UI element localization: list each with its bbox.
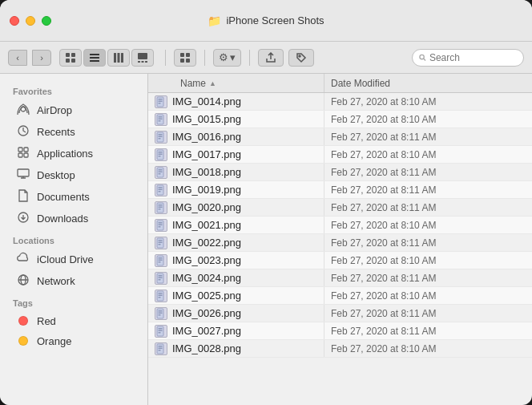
file-name: IMG_0027.png — [172, 325, 241, 337]
tag-button[interactable] — [288, 49, 314, 67]
file-icon — [155, 201, 167, 214]
desktop-icon — [16, 168, 30, 183]
sidebar-item-desktop[interactable]: Desktop — [3, 164, 144, 186]
svg-rect-0 — [66, 53, 70, 57]
file-name-cell: IMG_0022.png — [148, 234, 324, 251]
minimize-button[interactable] — [26, 16, 35, 26]
file-name-cell: IMG_0026.png — [148, 305, 324, 322]
main-content: Favorites AirDrop — [0, 74, 532, 405]
svg-rect-33 — [159, 99, 163, 100]
icon-view-button[interactable] — [59, 49, 82, 67]
forward-button[interactable]: › — [32, 50, 51, 66]
share-button[interactable] — [258, 49, 284, 67]
sidebar-item-orange[interactable]: Orange — [3, 331, 144, 351]
network-icon — [16, 273, 30, 289]
table-row[interactable]: IMG_0025.png Feb 27, 2020 at 8:10 AM — [148, 287, 532, 305]
file-rows: IMG_0014.png Feb 27, 2020 at 8:10 AM IMG… — [148, 93, 532, 405]
svg-rect-54 — [159, 188, 163, 190]
file-name: IMG_0021.png — [172, 219, 241, 231]
search-input[interactable] — [429, 52, 517, 63]
table-row[interactable]: IMG_0019.png Feb 27, 2020 at 8:11 AM — [148, 181, 532, 199]
sidebar-item-red[interactable]: Red — [3, 311, 144, 331]
file-icon — [155, 325, 167, 338]
svg-rect-58 — [159, 206, 163, 208]
table-row[interactable]: IMG_0023.png Feb 27, 2020 at 8:10 AM — [148, 252, 532, 269]
svg-rect-26 — [24, 153, 28, 157]
column-view-button[interactable] — [107, 49, 130, 67]
table-row[interactable]: IMG_0027.png Feb 27, 2020 at 8:11 AM — [148, 322, 532, 340]
sidebar-item-icloud[interactable]: iCloud Drive — [3, 249, 144, 270]
file-name-cell: IMG_0014.png — [148, 93, 324, 110]
file-date-cell: Feb 27, 2020 at 8:11 AM — [324, 184, 442, 196]
file-name-cell: IMG_0021.png — [148, 217, 324, 233]
file-date-cell: Feb 27, 2020 at 8:11 AM — [324, 308, 442, 319]
table-row[interactable]: IMG_0015.png Feb 27, 2020 at 8:10 AM — [148, 111, 532, 128]
file-icon — [155, 184, 167, 196]
toolbar-sep-1 — [165, 50, 166, 66]
file-name-cell: IMG_0018.png — [148, 164, 324, 180]
table-row[interactable]: IMG_0024.png Feb 27, 2020 at 8:11 AM — [148, 269, 532, 287]
file-icon — [155, 95, 167, 108]
file-name: IMG_0020.png — [172, 201, 241, 213]
list-view-button[interactable] — [83, 49, 106, 67]
svg-rect-6 — [90, 60, 99, 62]
svg-rect-15 — [186, 53, 190, 57]
table-row[interactable]: IMG_0022.png Feb 27, 2020 at 8:11 AM — [148, 234, 532, 252]
col-date-header[interactable]: Date Modified — [324, 74, 532, 92]
airdrop-label: AirDrop — [37, 104, 72, 116]
view-buttons — [59, 49, 154, 67]
sidebar-item-applications[interactable]: Applications — [3, 143, 144, 164]
sidebar-item-airdrop[interactable]: AirDrop — [3, 99, 144, 121]
file-name-cell: IMG_0023.png — [148, 252, 324, 269]
documents-label: Documents — [37, 191, 90, 203]
documents-icon — [16, 189, 30, 205]
svg-rect-3 — [71, 59, 75, 63]
icloud-icon — [16, 252, 30, 267]
svg-rect-75 — [159, 279, 161, 281]
svg-rect-24 — [24, 148, 28, 152]
svg-rect-65 — [159, 240, 163, 241]
svg-rect-70 — [159, 259, 163, 261]
file-icon — [155, 148, 167, 161]
table-row[interactable]: IMG_0017.png Feb 27, 2020 at 8:10 AM — [148, 146, 532, 164]
file-name-cell: IMG_0015.png — [148, 111, 324, 128]
search-bar[interactable] — [412, 49, 524, 67]
col-name-header[interactable]: Name ▲ — [148, 74, 324, 92]
file-name-cell: IMG_0025.png — [148, 287, 324, 304]
svg-rect-35 — [159, 103, 161, 104]
table-row[interactable]: IMG_0014.png Feb 27, 2020 at 8:10 AM — [148, 93, 532, 111]
action-button[interactable]: ⚙ ▾ — [213, 49, 241, 67]
svg-rect-55 — [159, 191, 161, 192]
file-name: IMG_0015.png — [172, 113, 241, 125]
folder-icon: 📁 — [208, 14, 221, 27]
svg-point-18 — [299, 55, 300, 57]
svg-rect-41 — [159, 134, 163, 136]
sidebar-item-network[interactable]: Network — [3, 270, 144, 292]
table-row[interactable]: IMG_0026.png Feb 27, 2020 at 8:11 AM — [148, 305, 532, 322]
svg-point-19 — [420, 55, 424, 59]
file-icon — [155, 342, 167, 355]
file-icon — [155, 219, 167, 232]
sidebar-item-downloads[interactable]: Downloads — [3, 208, 144, 229]
sidebar-item-documents[interactable]: Documents — [3, 186, 144, 208]
svg-rect-39 — [159, 120, 161, 122]
svg-rect-91 — [159, 350, 161, 351]
favorites-label: Favorites — [0, 80, 147, 99]
svg-rect-83 — [159, 314, 161, 316]
file-date-cell: Feb 27, 2020 at 8:10 AM — [324, 343, 442, 354]
close-button[interactable] — [10, 16, 19, 26]
table-row[interactable]: IMG_0028.png Feb 27, 2020 at 8:10 AM — [148, 340, 532, 358]
file-icon — [155, 307, 167, 320]
file-name: IMG_0014.png — [172, 95, 241, 107]
sidebar-item-recents[interactable]: Recents — [3, 121, 144, 143]
file-date-cell: Feb 27, 2020 at 8:11 AM — [324, 132, 442, 143]
maximize-button[interactable] — [42, 16, 51, 26]
arrange-button[interactable] — [174, 49, 196, 67]
table-row[interactable]: IMG_0020.png Feb 27, 2020 at 8:11 AM — [148, 199, 532, 217]
table-row[interactable]: IMG_0018.png Feb 27, 2020 at 8:11 AM — [148, 164, 532, 181]
gallery-view-button[interactable] — [131, 49, 154, 67]
back-button[interactable]: ‹ — [8, 50, 27, 66]
svg-rect-25 — [18, 153, 22, 157]
table-row[interactable]: IMG_0021.png Feb 27, 2020 at 8:10 AM — [148, 217, 532, 234]
table-row[interactable]: IMG_0016.png Feb 27, 2020 at 8:11 AM — [148, 128, 532, 146]
